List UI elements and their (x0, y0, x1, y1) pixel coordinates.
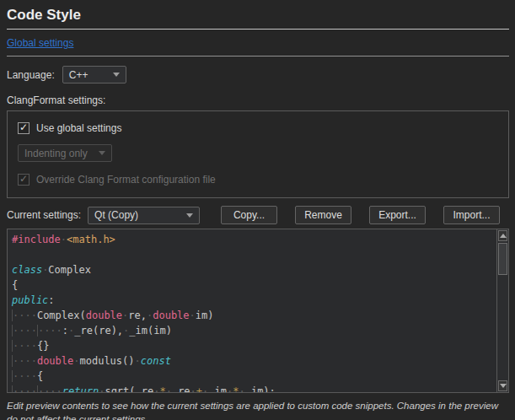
override-clangformat-label: Override Clang Format configuration file (36, 174, 216, 186)
global-settings-link[interactable]: Global settings (7, 37, 73, 49)
check-icon: ✓ (19, 122, 28, 132)
remove-button[interactable]: Remove (295, 206, 351, 224)
language-select[interactable]: C++ (62, 66, 126, 83)
current-settings-row: Current settings: Qt (Copy) Copy... Remo… (7, 206, 509, 224)
chevron-down-icon (186, 213, 193, 218)
use-global-settings-checkbox[interactable]: ✓ Use global settings (18, 122, 498, 134)
clangformat-settings-label: ClangFormat settings: (7, 94, 509, 106)
footer-note: Edit preview contents to see how the cur… (7, 399, 509, 420)
code-line: public: (12, 293, 508, 308)
language-select-value: C++ (69, 69, 89, 81)
code-preview-editor[interactable]: #include·<math.h>class·Complex{public:··… (7, 229, 509, 393)
clangformat-groupbox: ✓ Use global settings Indenting only ✓ O… (7, 110, 509, 198)
settings-button-group: Copy... Remove Export... Import... (221, 206, 500, 224)
scrollbar-thumb[interactable] (498, 243, 507, 275)
code-line: ········return·sqrt(_re·*·_re·+·_im·*·_i… (12, 384, 508, 393)
override-clangformat-checkbox: ✓ Override Clang Format configuration fi… (18, 174, 498, 186)
check-icon: ✓ (19, 174, 28, 184)
clangformat-mode-select: Indenting only (18, 144, 112, 162)
scroll-down-icon[interactable] (498, 380, 507, 391)
code-area: #include·<math.h>class·Complex{public:··… (12, 232, 508, 393)
export-button[interactable]: Export... (369, 206, 426, 224)
language-label: Language: (7, 69, 55, 81)
global-settings-link-row: Global settings (7, 30, 509, 56)
chevron-down-icon (99, 151, 105, 155)
link-divider (7, 56, 509, 57)
current-settings-label: Current settings: (7, 209, 81, 221)
code-line: ········:·_re(re),·_im(im) (12, 323, 508, 338)
code-style-settings-page: Code Style Global settings Language: C++… (0, 0, 515, 420)
vertical-scrollbar[interactable] (496, 229, 508, 392)
import-button[interactable]: Import... (443, 206, 500, 224)
code-line (12, 247, 508, 262)
use-global-settings-label: Use global settings (36, 122, 121, 134)
clangformat-mode-value: Indenting only (24, 148, 88, 159)
code-line: ····Complex(double·re,·double·im) (12, 308, 508, 323)
code-line: ····{ (12, 369, 508, 384)
page-title: Code Style (7, 7, 509, 24)
current-settings-value: Qt (Copy) (94, 209, 138, 221)
copy-button[interactable]: Copy... (221, 206, 277, 224)
code-line: #include·<math.h> (12, 232, 508, 247)
language-row: Language: C++ (7, 66, 509, 83)
scroll-up-icon[interactable] (498, 230, 507, 241)
code-line: ····double·modulus()·const (12, 353, 508, 369)
code-line: ····{} (12, 338, 508, 353)
code-line: { (12, 277, 508, 293)
code-line: class·Complex (12, 262, 508, 277)
checkbox-box: ✓ (18, 122, 30, 134)
current-settings-select[interactable]: Qt (Copy) (88, 207, 200, 224)
chevron-down-icon (113, 73, 120, 77)
checkbox-box: ✓ (18, 174, 30, 186)
